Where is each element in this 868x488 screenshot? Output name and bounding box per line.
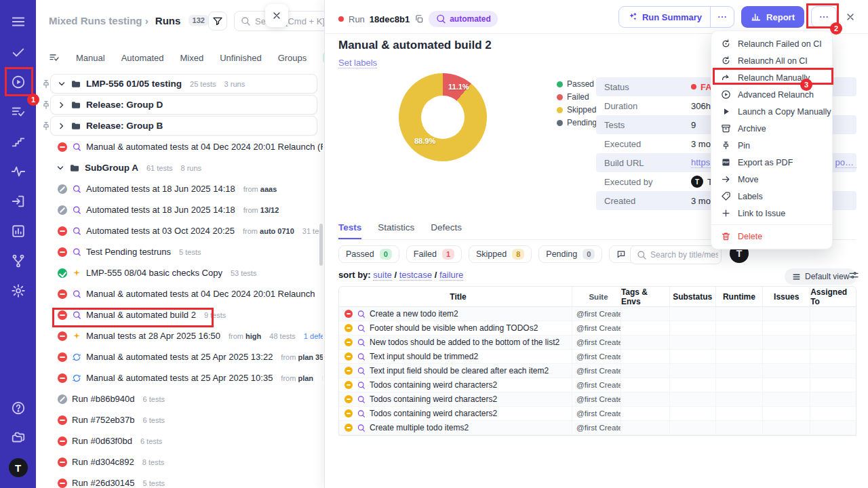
filter-button[interactable]: [208, 12, 227, 30]
runs-tab-unfinished[interactable]: Unfinished: [220, 53, 261, 63]
set-labels-link[interactable]: Set labels: [338, 58, 377, 68]
sort-link-failure[interactable]: failure: [439, 270, 463, 281]
run-list-item[interactable]: Run #752eb37b6 tests: [36, 409, 323, 430]
group-list-item[interactable]: Release: Group D: [36, 94, 323, 115]
table-row[interactable]: Create multiple todo items2@first Create…: [339, 421, 856, 435]
tests-search-input[interactable]: [650, 250, 718, 260]
table-row[interactable]: Text input field should be cleared after…: [339, 364, 856, 378]
sidebar-item-folders[interactable]: [0, 423, 36, 453]
menu-item-launch-a-copy-manually[interactable]: Launch a Copy Manually: [711, 103, 832, 120]
sidebar-item-play-circle[interactable]: [0, 67, 36, 97]
menu-item-link-to-issue[interactable]: Link to Issue: [711, 205, 832, 222]
breadcrumb-project[interactable]: Mixed Runs testing: [49, 15, 142, 26]
runs-tab-groups[interactable]: Groups: [278, 53, 307, 63]
panel-close-button[interactable]: [265, 4, 288, 27]
column-header-title[interactable]: Title: [339, 287, 572, 306]
more-actions-button[interactable]: [811, 6, 837, 28]
sidebar-item-chart-box[interactable]: [0, 216, 36, 246]
group-list-item[interactable]: LMP-556 01/05 testing25 tests3 runs: [36, 73, 323, 94]
run-list-item[interactable]: Manual & automated tests at 25 Apr 2025 …: [36, 367, 323, 388]
table-row[interactable]: Todos containing weird characters2@first…: [339, 392, 856, 407]
run-summary-button[interactable]: Run Summary: [618, 6, 734, 28]
column-header-assigned-to[interactable]: Assigned To: [810, 287, 856, 306]
column-header-issues[interactable]: Issues: [763, 287, 810, 306]
run-type-badge[interactable]: automated: [429, 11, 498, 27]
runs-tab-automated[interactable]: Automated: [121, 53, 164, 63]
default-view-button[interactable]: Default view: [785, 268, 856, 285]
table-row[interactable]: Footer should be visible when adding TOD…: [339, 321, 856, 336]
group-list-item[interactable]: SubGroup A61 tests8 runs: [36, 157, 323, 178]
run-list-item[interactable]: Manual tests at 28 Apr 2025 16:50from hi…: [36, 325, 323, 346]
column-settings-button[interactable]: [848, 270, 859, 281]
run-list-item[interactable]: Automated tests at 03 Oct 2024 20:25from…: [36, 220, 323, 241]
column-header-tags-envs[interactable]: Tags & Envs: [621, 287, 670, 306]
user-avatar[interactable]: T: [9, 458, 28, 477]
tests-search[interactable]: [630, 245, 722, 264]
tab-statistics[interactable]: Statistics: [378, 222, 414, 239]
sidebar-item-help[interactable]: [0, 393, 36, 423]
sidebar-item-check[interactable]: [0, 37, 36, 67]
run-list-item[interactable]: Manual & automated tests at 04 Dec 2024 …: [36, 283, 323, 304]
report-button[interactable]: Report: [741, 6, 804, 28]
run-list-item[interactable]: Automated tests at 18 Jun 2025 14:18from…: [36, 178, 323, 199]
defects-link[interactable]: 1 defects: [304, 332, 323, 340]
sidebar-item-branch[interactable]: [0, 246, 36, 276]
scrollbar-thumb[interactable]: [319, 224, 323, 266]
detail-close-button[interactable]: [845, 12, 856, 22]
group-list-item[interactable]: Release: Group B: [36, 115, 323, 136]
run-list-item[interactable]: LMP-555 08/04 basic checks Copy53 tests: [36, 262, 323, 283]
menu-item-relaunch-all-on-ci[interactable]: Relaunch All on CI: [711, 52, 832, 69]
column-header-substatus[interactable]: Substatus: [670, 287, 716, 306]
table-row[interactable]: Todos containing weird characters2@first…: [339, 378, 856, 392]
run-summary-more-button[interactable]: [710, 7, 734, 27]
table-row[interactable]: Todos containing weird characters2@first…: [339, 407, 856, 421]
sort-link-suite[interactable]: suite: [373, 270, 391, 281]
pin-icon[interactable]: [41, 79, 50, 89]
table-row[interactable]: Text input should be trimmed2@first Crea…: [339, 350, 856, 364]
filter-pill-passed[interactable]: Passed0: [338, 245, 399, 263]
run-list-item[interactable]: Run #0d63f0bd6 tests: [36, 430, 323, 451]
run-list-item[interactable]: Run #26d301455 tests: [36, 472, 323, 488]
filter-pill-pending[interactable]: Pending0: [538, 245, 602, 263]
run-list-item[interactable]: Automated tests at 18 Jun 2025 14:18from…: [36, 199, 323, 220]
chevron-right-icon[interactable]: [58, 101, 66, 109]
menu-item-relaunch-manually[interactable]: Relaunch Manually: [711, 69, 832, 86]
runs-tab-manual[interactable]: Manual: [76, 53, 105, 63]
table-row[interactable]: Create a new todo item2@first Create …: [339, 307, 856, 321]
menu-item-archive[interactable]: Archive: [711, 120, 832, 137]
sidebar-item-list-check[interactable]: [0, 97, 36, 127]
menu-item-delete[interactable]: Delete: [711, 228, 832, 245]
run-list-item[interactable]: Test Pending testruns5 tests: [36, 241, 323, 262]
tab-tests[interactable]: Tests: [338, 222, 361, 239]
run-list-item[interactable]: Run #b86b940d6 tests: [36, 388, 323, 409]
menu-item-pin[interactable]: Pin: [711, 137, 832, 154]
filter-pill-skipped[interactable]: Skipped8: [469, 245, 532, 263]
runs-tab-mixed[interactable]: Mixed: [180, 53, 204, 63]
filter-pill-failed[interactable]: Failed1: [406, 245, 462, 263]
menu-item-relaunch-failed-on-ci[interactable]: Relaunch Failed on CI: [711, 35, 832, 52]
menu-item-export-as-pdf[interactable]: PDFExport as PDF: [711, 154, 832, 171]
sidebar-item-gear[interactable]: [0, 276, 36, 306]
menu-item-move[interactable]: Move: [711, 171, 832, 188]
chevron-down-icon[interactable]: [58, 80, 66, 88]
sidebar-item-pulse[interactable]: [0, 157, 36, 186]
sidebar-item-import[interactable]: [0, 186, 36, 216]
chevron-right-icon[interactable]: [58, 122, 66, 130]
tab-defects[interactable]: Defects: [431, 222, 462, 239]
chevron-down-icon[interactable]: [56, 164, 64, 172]
run-list-item[interactable]: Manual & automated build 29 tests: [36, 304, 323, 325]
sidebar-item-steps[interactable]: [0, 127, 36, 157]
column-header-runtime[interactable]: Runtime: [716, 287, 764, 306]
pin-icon[interactable]: [41, 100, 50, 110]
sort-link-testcase[interactable]: testcase: [399, 270, 432, 281]
menu-item-advanced-relaunch[interactable]: Advanced Relaunch: [711, 86, 832, 103]
run-list-item[interactable]: Run #d304c8928 tests: [36, 451, 323, 472]
sidebar-item-menu[interactable]: [0, 7, 36, 37]
table-row[interactable]: New todos should be added to the bottom …: [339, 336, 856, 350]
copy-icon[interactable]: [414, 14, 424, 24]
menu-item-labels[interactable]: Labels: [711, 188, 832, 205]
pin-icon[interactable]: [41, 121, 50, 131]
column-header-suite[interactable]: Suite: [572, 287, 621, 306]
run-list-item[interactable]: Manual & automated tests at 25 Apr 2025 …: [36, 346, 323, 367]
select-runs-icon[interactable]: [49, 52, 60, 63]
